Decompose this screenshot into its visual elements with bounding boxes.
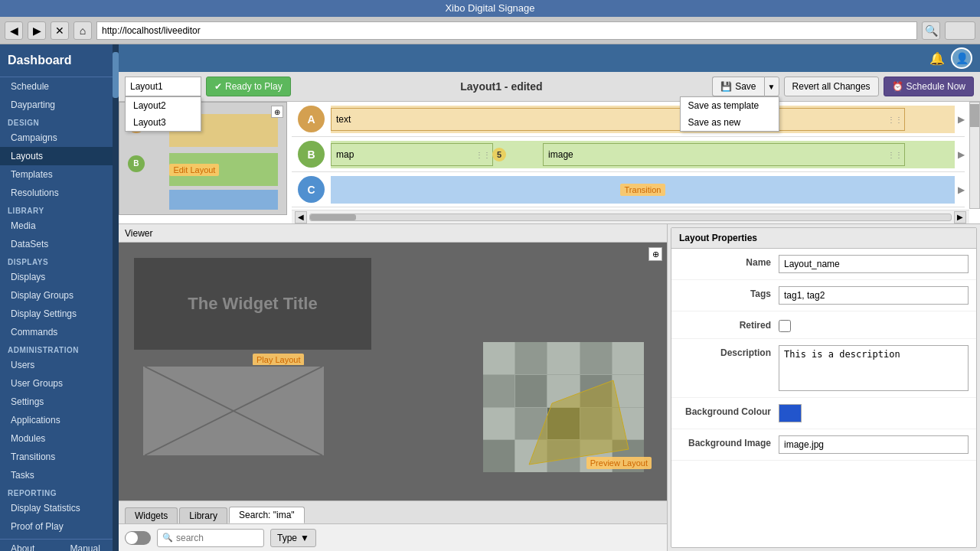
forward-button[interactable]: ▶ xyxy=(28,21,46,40)
sidebar-item-campaigns[interactable]: Campaigns xyxy=(0,129,119,147)
prop-row-name: Name xyxy=(671,249,976,280)
browser-search-button[interactable]: 🔍 xyxy=(922,21,940,40)
layout-select[interactable]: Layout1 Layout2 Layout3 xyxy=(125,77,201,96)
toggle-switch[interactable] xyxy=(125,531,151,545)
sidebar-item-manual[interactable]: Manual xyxy=(60,540,119,551)
sidebar-item-media[interactable]: Media xyxy=(0,217,119,235)
region-c-scroll[interactable]: ▶ xyxy=(958,184,965,195)
viewer-zoom-button[interactable]: ⊕ xyxy=(648,247,662,261)
back-button[interactable]: ◀ xyxy=(5,21,23,40)
type-filter-button[interactable]: Type ▼ xyxy=(270,529,316,547)
sidebar-item-dayparting[interactable]: Dayparting xyxy=(0,96,119,114)
timeline-scroll-thumb[interactable] xyxy=(970,104,979,127)
sidebar-item-templates[interactable]: Templates xyxy=(0,165,119,184)
sidebar-item-settings[interactable]: Settings xyxy=(0,393,119,411)
ready-to-play-button[interactable]: ✔ Ready to Play xyxy=(206,77,291,96)
sidebar-item-schedule[interactable]: Schedule xyxy=(0,77,119,96)
sidebar-item-resolutions[interactable]: Resolutions xyxy=(0,184,119,202)
widget-handle-a[interactable]: ⋮⋮ xyxy=(887,115,903,123)
sidebar-item-display-groups[interactable]: Display Groups xyxy=(0,286,119,305)
prop-input-tags[interactable] xyxy=(779,286,969,305)
save-dropdown-arrow[interactable]: ▼ xyxy=(764,77,779,96)
sidebar-section-administration: ADMINISTRATION xyxy=(0,341,119,356)
sidebar-item-about[interactable]: About xyxy=(0,540,60,551)
prop-checkbox-retired[interactable] xyxy=(779,320,791,332)
widget-handle-map[interactable]: ⋮⋮ xyxy=(475,150,491,158)
timeline-left-btn[interactable]: ◀ xyxy=(295,211,307,223)
map-cell xyxy=(547,375,579,407)
timeline-scrollbar[interactable] xyxy=(969,102,980,209)
region-label-c[interactable]: C xyxy=(298,176,325,203)
sidebar-item-users[interactable]: Users xyxy=(0,356,119,374)
tab-search[interactable]: Search: "ima" xyxy=(229,507,305,523)
title-bar: Xibo Digital Signage xyxy=(0,0,980,17)
sidebar-item-display-statistics[interactable]: Display Statistics xyxy=(0,499,119,517)
preview-layout-annotation: Preview Layout xyxy=(586,457,652,469)
timeline-scrollbar-h[interactable] xyxy=(309,214,952,221)
region-label-a[interactable]: A xyxy=(298,106,325,132)
layout-dropdown: Layout2 Layout3 xyxy=(125,96,201,132)
sidebar-item-layouts[interactable]: Layouts xyxy=(0,147,119,165)
sidebar-item-user-groups[interactable]: User Groups xyxy=(0,374,119,393)
content-header: 🔔 👤 xyxy=(119,44,980,72)
sidebar-item-display-settings[interactable]: Display Settings xyxy=(0,305,119,323)
thumbnail-zoom-button[interactable]: ⊕ xyxy=(271,106,283,118)
sidebar-item-applications[interactable]: Applications xyxy=(0,411,119,429)
region-b-scroll[interactable]: ▶ xyxy=(958,149,965,160)
layout-dropdown-item-layout2[interactable]: Layout2 xyxy=(126,97,201,114)
save-as-new-item[interactable]: Save as new xyxy=(681,114,779,131)
search-input[interactable] xyxy=(176,533,253,543)
notifications-icon[interactable]: 🔔 xyxy=(929,51,945,66)
sidebar-scrollbar-thumb[interactable] xyxy=(113,52,119,98)
bg-color-swatch[interactable] xyxy=(779,404,802,422)
prop-row-bg-image: Background Image xyxy=(671,429,976,461)
map-cell xyxy=(547,440,579,472)
sidebar-item-proof-of-play[interactable]: Proof of Play xyxy=(0,517,119,536)
url-input[interactable] xyxy=(96,21,917,40)
region-content-a: text ⋮⋮ xyxy=(331,106,955,133)
sidebar-header[interactable]: Dashboard xyxy=(0,44,119,77)
layout-dropdown-item-layout3[interactable]: Layout3 xyxy=(126,114,201,131)
save-dropdown: Save as template Save as new xyxy=(680,96,779,132)
region-label-b[interactable]: B xyxy=(298,141,325,168)
user-avatar[interactable]: 👤 xyxy=(951,47,972,69)
browser-bar: ◀ ▶ ✕ ⌂ 🔍 xyxy=(0,17,980,44)
sidebar-section-design: DESIGN xyxy=(0,114,119,129)
schedule-now-button[interactable]: ⏰ Schedule Now xyxy=(884,77,974,96)
region-a-scroll[interactable]: ▶ xyxy=(958,114,965,125)
main-area: Dashboard Schedule Dayparting DESIGN Cam… xyxy=(0,44,980,551)
revert-button[interactable]: Revert all Changes xyxy=(784,77,879,96)
home-button[interactable]: ⌂ xyxy=(74,21,92,40)
prop-label-description: Description xyxy=(679,345,771,358)
browser-extra-button[interactable] xyxy=(945,21,975,40)
widget-image[interactable]: image ⋮⋮ xyxy=(543,143,905,166)
save-as-template-item[interactable]: Save as template xyxy=(681,97,779,114)
content-area: 🔔 👤 Layout1 Layout2 Layout3 Layout2 Lay xyxy=(119,44,980,551)
prop-textarea-description[interactable]: This is a description xyxy=(779,345,969,391)
prop-input-bg-image[interactable] xyxy=(779,435,969,454)
region-row-b: B map ⋮⋮ 5 image ⋮⋮ xyxy=(292,137,965,172)
sidebar-section-library: LIBRARY xyxy=(0,202,119,217)
timeline-controls: ◀ ▶ xyxy=(292,210,969,223)
stop-button[interactable]: ✕ xyxy=(51,21,69,40)
widget-map[interactable]: map ⋮⋮ xyxy=(331,143,493,166)
save-button[interactable]: 💾 Save xyxy=(712,77,763,96)
sidebar-item-tasks[interactable]: Tasks xyxy=(0,466,119,484)
type-dropdown-arrow: ▼ xyxy=(300,533,309,543)
sidebar-item-datasets[interactable]: DataSets xyxy=(0,235,119,253)
prop-label-tags: Tags xyxy=(679,286,771,299)
sidebar-item-commands[interactable]: Commands xyxy=(0,323,119,341)
prop-row-description: Description This is a description xyxy=(671,339,976,398)
search-bar: 🔍 Type ▼ xyxy=(119,523,667,551)
search-input-wrap: 🔍 xyxy=(157,529,264,547)
tab-library[interactable]: Library xyxy=(179,507,227,523)
sidebar-item-displays[interactable]: Displays xyxy=(0,268,119,286)
widget-handle-image[interactable]: ⋮⋮ xyxy=(887,150,903,158)
timeline-right-btn[interactable]: ▶ xyxy=(954,211,966,223)
tab-widgets[interactable]: Widgets xyxy=(125,507,178,523)
map-cell xyxy=(612,375,644,407)
prop-input-name[interactable] xyxy=(779,255,969,273)
sidebar-item-modules[interactable]: Modules xyxy=(0,429,119,448)
widget-text[interactable]: text ⋮⋮ xyxy=(331,108,905,131)
sidebar-item-transitions[interactable]: Transitions xyxy=(0,448,119,466)
